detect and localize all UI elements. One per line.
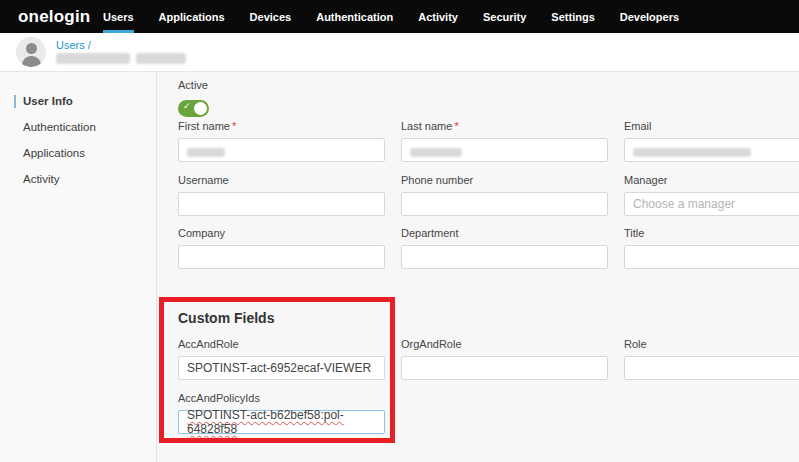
page-header: Users /	[0, 33, 799, 72]
redacted-last-name	[410, 148, 462, 157]
redacted-user-name	[56, 53, 130, 64]
nav-menu: Users Applications Devices Authenticatio…	[103, 0, 679, 33]
required-marker: *	[454, 120, 458, 132]
nav-item-activity[interactable]: Activity	[418, 0, 458, 33]
username-field-group: Username	[178, 174, 385, 216]
nav-item-security[interactable]: Security	[483, 0, 526, 33]
phone-number-input[interactable]	[401, 192, 608, 216]
accandrole-field-group: AccAndRole	[178, 338, 385, 380]
title-field-group: Title	[624, 227, 799, 269]
nav-item-devices[interactable]: Devices	[250, 0, 292, 33]
company-field-group: Company	[178, 227, 385, 269]
check-icon: ✓	[183, 101, 191, 111]
user-avatar-icon	[16, 37, 46, 67]
nav-item-authentication[interactable]: Authentication	[316, 0, 393, 33]
username-label: Username	[178, 174, 385, 186]
manager-label: Manager	[624, 174, 799, 186]
manager-field-group: Manager	[624, 174, 799, 216]
last-name-label: Last name*	[401, 120, 608, 132]
accandpolicyids-value: SPOTINST-act-b62bef58:pol-64828f58	[187, 408, 376, 436]
user-info-form: Active ✓ First name* Last name* Email Us…	[158, 72, 799, 462]
accandpolicyids-label: AccAndPolicyIds	[178, 392, 385, 404]
sidebar-item-authentication[interactable]: Authentication	[0, 114, 156, 140]
email-label: Email	[624, 120, 799, 132]
organdrole-label: OrgAndRole	[401, 338, 608, 350]
role-input[interactable]	[624, 356, 799, 380]
nav-item-developers[interactable]: Developers	[620, 0, 679, 33]
department-input[interactable]	[401, 245, 608, 269]
sidebar-item-user-info[interactable]: User Info	[0, 88, 156, 114]
last-name-field-group: Last name*	[401, 120, 608, 162]
nav-item-users[interactable]: Users	[103, 0, 134, 33]
accandrole-label: AccAndRole	[178, 338, 385, 350]
title-label: Title	[624, 227, 799, 239]
manager-input[interactable]	[624, 192, 799, 216]
active-label: Active	[178, 79, 208, 91]
organdrole-input[interactable]	[401, 356, 608, 380]
department-field-group: Department	[401, 227, 608, 269]
top-navbar: onelogin Users Applications Devices Auth…	[0, 0, 799, 33]
phone-number-label: Phone number	[401, 174, 608, 186]
nav-item-applications[interactable]: Applications	[159, 0, 225, 33]
active-toggle[interactable]: ✓	[178, 100, 209, 117]
breadcrumb-users-link[interactable]: Users /	[56, 39, 91, 51]
accandpolicyids-input[interactable]: SPOTINST-act-b62bef58:pol-64828f58	[178, 410, 385, 434]
onelogin-logo: onelogin	[18, 7, 74, 27]
company-label: Company	[178, 227, 385, 239]
accandpolicyids-field-group: AccAndPolicyIds SPOTINST-act-b62bef58:po…	[178, 392, 385, 434]
username-input[interactable]	[178, 192, 385, 216]
accandrole-input[interactable]	[178, 356, 385, 380]
redacted-email	[633, 148, 751, 157]
organdrole-field-group: OrgAndRole	[401, 338, 608, 380]
first-name-label: First name*	[178, 120, 385, 132]
email-field-group: Email	[624, 120, 799, 162]
toggle-knob	[194, 102, 207, 115]
role-label: Role	[624, 338, 799, 350]
company-input[interactable]	[178, 245, 385, 269]
first-name-field-group: First name*	[178, 120, 385, 162]
redacted-first-name	[187, 148, 225, 157]
role-field-group: Role	[624, 338, 799, 380]
sidebar-item-applications[interactable]: Applications	[0, 140, 156, 166]
custom-fields-heading: Custom Fields	[178, 310, 274, 326]
required-marker: *	[232, 120, 236, 132]
phone-number-field-group: Phone number	[401, 174, 608, 216]
department-label: Department	[401, 227, 608, 239]
redacted-user-name	[136, 53, 186, 64]
nav-item-settings[interactable]: Settings	[551, 0, 594, 33]
sidebar: User Info Authentication Applications Ac…	[0, 72, 157, 462]
title-input[interactable]	[624, 245, 799, 269]
active-toggle-group: Active ✓	[178, 75, 385, 117]
sidebar-item-activity[interactable]: Activity	[0, 166, 156, 192]
